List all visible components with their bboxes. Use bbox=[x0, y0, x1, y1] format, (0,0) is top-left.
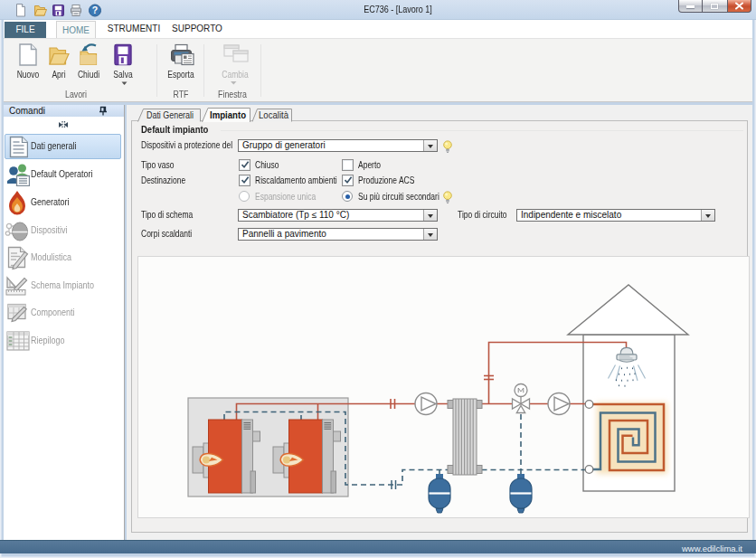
svg-text:Dati Generali: Dati Generali bbox=[146, 109, 194, 120]
svg-text:?: ? bbox=[92, 5, 98, 15]
svg-text:Impianto: Impianto bbox=[210, 109, 246, 120]
svg-text:Località: Località bbox=[259, 109, 288, 120]
